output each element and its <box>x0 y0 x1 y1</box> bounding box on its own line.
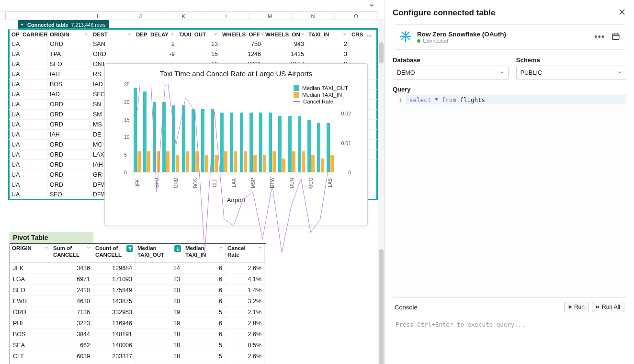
cell[interactable]: ORD <box>48 160 91 170</box>
more-icon[interactable]: ••• <box>592 32 607 42</box>
pivot-cell[interactable]: 5 <box>183 340 226 351</box>
cell[interactable]: IAH <box>48 69 91 79</box>
cell[interactable]: ORD <box>48 110 91 119</box>
cell[interactable]: UA <box>10 90 48 99</box>
cell[interactable]: 2 <box>134 39 177 49</box>
column-letter[interactable]: M <box>249 12 292 20</box>
table-row[interactable]: UAORDSAN2137509432 <box>8 39 378 49</box>
pivot-cell[interactable]: 6 <box>183 285 226 296</box>
pivot-cell[interactable]: PHL <box>10 318 51 329</box>
cell[interactable]: UA <box>10 170 48 180</box>
pivot-header[interactable]: Sum of CANCELL <box>51 244 93 262</box>
field-header[interactable]: WHEELS_ON <box>263 30 306 39</box>
pivot-cell[interactable]: 175849 <box>93 285 136 296</box>
cell[interactable]: ORD <box>48 100 91 109</box>
cell[interactable]: UA <box>10 100 48 109</box>
pivot-row[interactable]: CLT60392333171852.6% <box>10 351 266 362</box>
pivot-cell[interactable]: EWR <box>10 296 51 307</box>
cell[interactable]: 15 <box>177 49 220 59</box>
cell[interactable]: ORD <box>48 180 91 190</box>
pivot-row[interactable]: ORD71363329531952.1% <box>10 307 266 318</box>
pivot-cell[interactable]: 3.2% <box>226 296 265 307</box>
column-letter[interactable]: J <box>119 12 162 20</box>
cell[interactable]: 3 <box>306 49 350 59</box>
cell[interactable]: 1415 <box>263 49 306 59</box>
cell[interactable]: IAD <box>48 90 91 99</box>
database-select[interactable]: DEMO <box>393 66 509 80</box>
field-header[interactable]: WHEELS_OFF <box>220 30 263 39</box>
cell[interactable]: IAH <box>48 130 91 139</box>
cell[interactable]: UA <box>10 130 48 139</box>
pivot-cell[interactable]: 6 <box>183 362 226 364</box>
cell[interactable]: UA <box>10 69 48 79</box>
run-button[interactable]: Run <box>564 302 589 312</box>
pivot-cell[interactable]: 1.4% <box>226 285 265 296</box>
pivot-cell[interactable]: 143875 <box>93 296 136 307</box>
table-row[interactable]: UATPAORD-915124614153 <box>8 49 378 59</box>
pivot-cell[interactable]: 18 <box>136 351 183 362</box>
cell[interactable]: UA <box>10 150 48 159</box>
pivot-cell[interactable]: 2.6% <box>226 329 265 340</box>
pivot-cell[interactable]: 3844 <box>51 329 93 340</box>
cell[interactable]: UA <box>10 140 48 149</box>
pivot-cell[interactable]: 116946 <box>93 318 136 329</box>
column-letter[interactable]: L <box>205 12 249 20</box>
pivot-cell[interactable]: 5 <box>183 351 226 362</box>
query-text[interactable]: select * from flights <box>407 95 626 104</box>
column-letter[interactable]: N <box>292 12 335 20</box>
pivot-cell[interactable]: 17 <box>136 362 183 364</box>
pivot-cell[interactable]: 332953 <box>93 307 136 318</box>
pivot-cell[interactable]: SEA <box>10 340 51 351</box>
cell[interactable]: -9 <box>134 49 177 59</box>
query-editor[interactable]: 1 select * from flights <box>393 95 626 298</box>
cell[interactable]: BOS <box>48 80 91 89</box>
pivot-cell[interactable]: 171093 <box>93 274 136 284</box>
pivot-cell[interactable]: SFO <box>10 285 51 296</box>
cell[interactable]: ORD <box>48 140 91 149</box>
pivot-row[interactable]: PHL32231169461962.8% <box>10 318 266 329</box>
pivot-cell[interactable]: 3223 <box>51 318 93 329</box>
field-header[interactable]: TAXI_OUT <box>177 30 220 39</box>
chart-card[interactable]: Taxi Time and Cancel Rate at Large US Ai… <box>104 63 368 226</box>
pivot-cell[interactable]: 1.0% <box>226 362 265 364</box>
pivot-row[interactable]: IAH18121738061761.0% <box>10 362 266 364</box>
pivot-cell[interactable]: 5 <box>183 307 226 318</box>
field-header[interactable]: DEST <box>91 30 134 39</box>
cell[interactable]: UA <box>10 80 48 89</box>
pivot-cell[interactable]: CLT <box>10 351 51 362</box>
pivot-cell[interactable]: 6039 <box>51 351 93 362</box>
cell[interactable]: ORD <box>48 170 91 180</box>
field-header[interactable]: DEP_DELAY <box>134 30 177 39</box>
field-header[interactable]: TAXI_IN <box>306 30 350 39</box>
pivot-cell[interactable]: 2410 <box>51 285 93 296</box>
pivot-cell[interactable]: 140006 <box>93 340 136 351</box>
cell[interactable]: SFO <box>48 190 91 199</box>
pivot-cell[interactable]: 2.1% <box>226 307 265 318</box>
pivot-row[interactable]: EWR46301438752063.2% <box>10 296 266 307</box>
cell[interactable]: UA <box>10 190 48 199</box>
pivot-cell[interactable]: 662 <box>51 340 93 351</box>
pivot-cell[interactable]: 19 <box>136 307 183 318</box>
pivot-row[interactable]: SFO24101758492061.4% <box>10 285 266 296</box>
schema-select[interactable]: PUBLIC <box>516 66 626 80</box>
pivot-cell[interactable]: BOS <box>10 329 51 340</box>
close-icon[interactable] <box>618 8 626 18</box>
field-header[interactable]: OP_CARRIER <box>10 30 48 39</box>
cell[interactable]: 943 <box>263 39 306 49</box>
vertical-scrollbar[interactable] <box>378 19 385 364</box>
pivot-cell[interactable]: 148191 <box>93 329 136 340</box>
column-letter[interactable]: I <box>76 12 119 20</box>
pivot-cell[interactable]: 2.8% <box>226 318 265 329</box>
cell[interactable]: 750 <box>220 39 263 49</box>
cell[interactable]: TPA <box>48 49 91 59</box>
pivot-cell[interactable]: 1812 <box>51 362 93 364</box>
cell[interactable]: ORD <box>48 120 91 129</box>
pivot-cell[interactable]: 6 <box>183 318 226 329</box>
pivot-cell[interactable]: IAH <box>10 362 51 364</box>
pivot-cell[interactable]: 129684 <box>93 263 136 273</box>
pivot-cell[interactable]: 3436 <box>51 263 93 273</box>
pivot-header[interactable]: Count of CANCELL <box>93 244 136 262</box>
pivot-cell[interactable]: 4630 <box>51 296 93 307</box>
cell[interactable]: UA <box>10 59 48 69</box>
pivot-cell[interactable]: 20 <box>136 296 183 307</box>
